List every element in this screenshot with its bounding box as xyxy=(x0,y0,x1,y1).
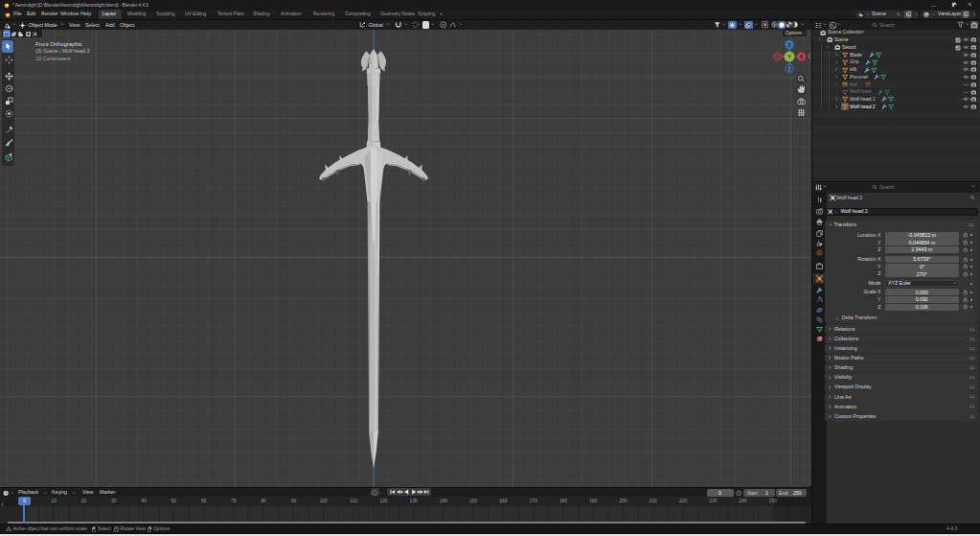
svg-text:X: X xyxy=(800,54,804,59)
svg-text:Y: Y xyxy=(787,54,791,59)
svg-text:Z: Z xyxy=(788,67,791,72)
